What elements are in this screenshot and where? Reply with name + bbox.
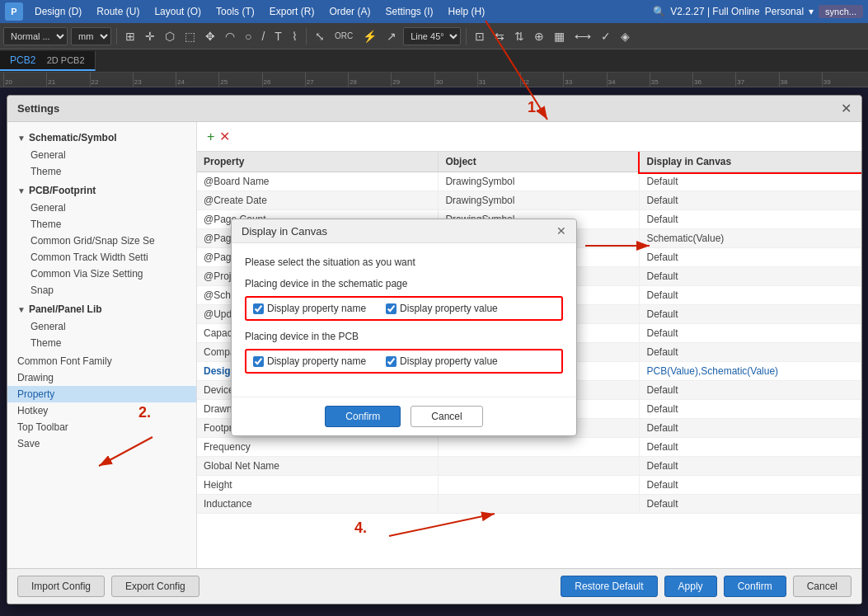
unit-select[interactable]: mm bbox=[71, 27, 111, 45]
sidebar-group-panel-header[interactable]: ▼ Panel/Panel Lib bbox=[7, 300, 196, 318]
menu-export[interactable]: Export (R) bbox=[263, 3, 321, 20]
schematic-display-value-label[interactable]: Display property value bbox=[386, 303, 498, 314]
table-cell-canvas[interactable]: Default bbox=[640, 419, 861, 438]
table-row[interactable]: HeightDefault bbox=[197, 476, 861, 495]
normal-select[interactable]: Normal ... bbox=[3, 27, 68, 45]
zoom-btn[interactable]: ⊡ bbox=[472, 28, 488, 45]
add-row-button[interactable]: + bbox=[207, 129, 214, 144]
sidebar-item-pcb-grid[interactable]: Common Grid/Snap Size Se bbox=[7, 233, 196, 249]
table-cell-canvas[interactable]: Schematic(Value) bbox=[640, 229, 861, 248]
menu-layout[interactable]: Layout (O) bbox=[148, 3, 208, 20]
menu-help[interactable]: Help (H) bbox=[441, 3, 491, 20]
table-cell-canvas[interactable]: Default bbox=[640, 172, 861, 191]
delete-row-button[interactable]: ✕ bbox=[219, 129, 230, 144]
menu-order[interactable]: Order (A) bbox=[322, 3, 377, 20]
drc-icon[interactable]: ⚡ bbox=[359, 28, 380, 45]
sidebar-item-pcb-track[interactable]: Common Track Width Setti bbox=[7, 249, 196, 266]
angle-icon[interactable]: ↗ bbox=[383, 28, 400, 45]
sidebar-item-pcb-via[interactable]: Common Via Size Setting bbox=[7, 266, 196, 282]
pcb-display-name-checkbox[interactable] bbox=[253, 356, 264, 367]
modal-close-button[interactable]: ✕ bbox=[556, 224, 566, 237]
route-icon[interactable]: ⤡ bbox=[312, 28, 328, 45]
cancel-button[interactable]: Cancel bbox=[793, 576, 852, 597]
modal-cancel-button[interactable]: Cancel bbox=[411, 406, 482, 427]
sidebar-group-schematic-header[interactable]: ▼ Schematic/Symbol bbox=[7, 129, 196, 147]
select-icon[interactable]: ⬚ bbox=[181, 28, 199, 45]
cursor-icon[interactable]: ✛ bbox=[142, 28, 158, 45]
probe-icon[interactable]: ⌇ bbox=[289, 28, 301, 45]
table-row[interactable]: FrequencyDefault bbox=[197, 438, 861, 457]
menu-route[interactable]: Route (U) bbox=[90, 3, 146, 20]
confirm-button[interactable]: Confirm bbox=[724, 576, 786, 597]
sidebar-item-pcb-general[interactable]: General bbox=[7, 200, 196, 216]
table-cell-canvas[interactable]: Default bbox=[640, 305, 861, 324]
sidebar-item-hotkey[interactable]: Hotkey bbox=[7, 402, 196, 419]
sidebar-item-drawing[interactable]: Drawing bbox=[7, 369, 196, 386]
table-cell-canvas[interactable]: Default bbox=[640, 400, 861, 419]
table-cell-canvas[interactable]: Default bbox=[640, 267, 861, 286]
table-cell-canvas[interactable]: Default bbox=[640, 381, 861, 400]
apply-button[interactable]: Apply bbox=[664, 576, 717, 597]
table-cell-canvas[interactable]: Default bbox=[640, 210, 861, 229]
sidebar-item-pcb-theme[interactable]: Theme bbox=[7, 216, 196, 233]
move-icon[interactable]: ✥ bbox=[202, 28, 218, 45]
design-rule-btn[interactable]: ✓ bbox=[598, 28, 614, 45]
menu-design[interactable]: Design (D) bbox=[28, 3, 88, 20]
table-cell-canvas[interactable]: Default bbox=[640, 324, 861, 343]
sync-button[interactable]: synch... bbox=[819, 5, 863, 18]
sidebar-item-font-family[interactable]: Common Font Family bbox=[7, 353, 196, 369]
pcb-display-name-label[interactable]: Display property name bbox=[253, 355, 366, 367]
measure-btn[interactable]: ⟷ bbox=[571, 28, 594, 45]
flip-v-btn[interactable]: ⇅ bbox=[511, 28, 528, 45]
sidebar-group-pcb-header[interactable]: ▼ PCB/Footprint bbox=[7, 181, 196, 200]
angle-select[interactable]: Line 45° bbox=[403, 27, 461, 45]
sidebar-item-property[interactable]: Property bbox=[7, 386, 196, 402]
text-icon[interactable]: T bbox=[271, 28, 285, 45]
table-cell-canvas[interactable]: Default bbox=[640, 495, 861, 514]
table-cell-canvas[interactable]: Default bbox=[640, 191, 861, 210]
menu-tools[interactable]: Tools (T) bbox=[209, 3, 261, 20]
sidebar-item-pcb-snap[interactable]: Snap bbox=[7, 282, 196, 299]
sidebar-item-panel-theme[interactable]: Theme bbox=[7, 335, 196, 351]
menu-settings[interactable]: Settings (I) bbox=[378, 3, 439, 20]
orc-icon[interactable]: ORC bbox=[331, 30, 356, 42]
grid-icon[interactable]: ⊞ bbox=[122, 28, 138, 45]
schematic-display-name-checkbox[interactable] bbox=[253, 303, 264, 314]
pcb-display-value-checkbox[interactable] bbox=[386, 356, 396, 367]
pcb-display-value-label[interactable]: Display property value bbox=[386, 355, 498, 367]
app-icon: P bbox=[5, 2, 23, 21]
arc-icon[interactable]: ◠ bbox=[222, 28, 238, 45]
table-cell-canvas[interactable]: Default bbox=[640, 476, 861, 495]
settings-close-button[interactable]: ✕ bbox=[841, 101, 852, 116]
table-row[interactable]: @Board NameDrawingSymbolDefault bbox=[197, 172, 861, 191]
restore-default-button[interactable]: Restore Default bbox=[561, 576, 657, 597]
sidebar-item-panel-general[interactable]: General bbox=[7, 318, 196, 335]
schematic-display-name-label[interactable]: Display property name bbox=[253, 303, 366, 314]
sidebar-item-schematic-theme[interactable]: Theme bbox=[7, 163, 196, 180]
sidebar-item-save[interactable]: Save bbox=[7, 435, 196, 452]
table-row[interactable]: InductanceDefault bbox=[197, 495, 861, 514]
modal-confirm-button[interactable]: Confirm bbox=[325, 406, 401, 427]
import-config-button[interactable]: Import Config bbox=[17, 576, 105, 597]
table-cell-canvas[interactable]: Default bbox=[640, 457, 861, 476]
flip-h-btn[interactable]: ⇆ bbox=[491, 28, 508, 45]
copper-btn[interactable]: ▦ bbox=[551, 28, 568, 45]
pad-btn[interactable]: ⊕ bbox=[531, 28, 547, 45]
sidebar-item-schematic-general[interactable]: General bbox=[7, 147, 196, 163]
table-cell-canvas[interactable]: Default bbox=[640, 286, 861, 305]
search-icon[interactable]: 🔍 bbox=[653, 6, 665, 17]
circle-icon[interactable]: ○ bbox=[242, 28, 255, 45]
table-cell-canvas[interactable]: PCB(Value),Schematic(Value) bbox=[640, 362, 861, 381]
table-row[interactable]: Global Net NameDefault bbox=[197, 457, 861, 476]
schematic-display-value-checkbox[interactable] bbox=[386, 303, 396, 314]
wire-icon[interactable]: ⬡ bbox=[162, 28, 178, 45]
table-cell-canvas[interactable]: Default bbox=[640, 248, 861, 267]
tab-pcb2[interactable]: PCB2 2D PCB2 bbox=[0, 51, 96, 71]
export-config-button[interactable]: Export Config bbox=[111, 576, 199, 597]
sidebar-item-top-toolbar[interactable]: Top Toolbar bbox=[7, 419, 196, 435]
table-cell-canvas[interactable]: Default bbox=[640, 343, 861, 362]
table-row[interactable]: @Create DateDrawingSymbolDefault bbox=[197, 191, 861, 210]
table-cell-canvas[interactable]: Default bbox=[640, 438, 861, 457]
3d-btn[interactable]: ◈ bbox=[617, 28, 633, 45]
line-icon[interactable]: / bbox=[258, 28, 268, 45]
